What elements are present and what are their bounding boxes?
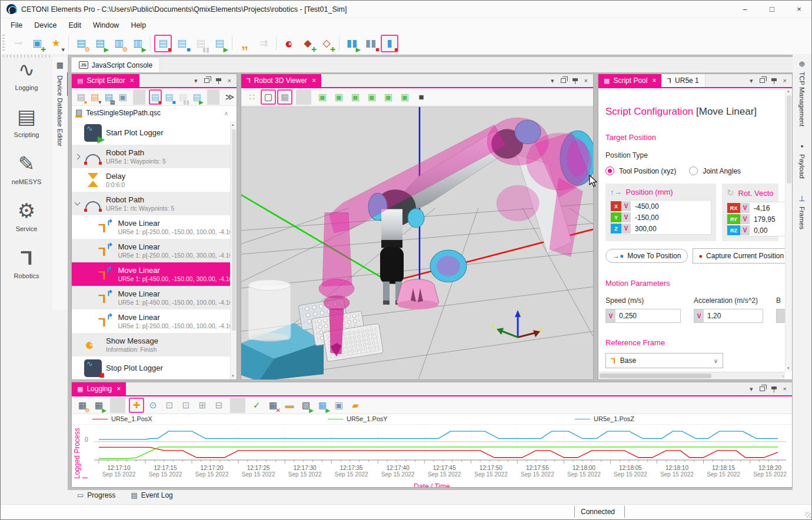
script-step-row[interactable]: Move Linear UR5e 1: p[-450.00, -150.00, …	[72, 286, 230, 309]
panel-float-button[interactable]	[760, 78, 765, 83]
footer-tab[interactable]: ▭ Progress	[77, 491, 115, 499]
speed-value[interactable]: 0,250	[615, 312, 680, 320]
export-image-button[interactable]: ▧ ▶	[298, 398, 314, 413]
toolbar-overflow-button[interactable]: ≫	[223, 89, 236, 105]
stop-all-syringes-button[interactable]: ▮▮ ■	[362, 35, 380, 52]
tab-javascript-console[interactable]: JS JavaScript Console	[71, 57, 160, 72]
scroll-right-icon[interactable]: ›	[782, 374, 784, 379]
pan-tool-button[interactable]: ✚	[129, 398, 144, 413]
separator[interactable]	[339, 36, 340, 51]
save-log-button[interactable]: ▣	[331, 398, 347, 413]
close-button[interactable]: ×	[786, 1, 812, 18]
tab-close-icon[interactable]: ×	[130, 76, 134, 85]
measure-button[interactable]: ▬	[282, 398, 297, 413]
menu-item[interactable]: Window	[88, 19, 124, 31]
variable-chip[interactable]: V	[606, 309, 615, 322]
tab-script-pool[interactable]: ▦ Script Pool ×	[598, 74, 661, 87]
scroll-up-icon[interactable]: ▴	[232, 122, 234, 127]
script-step-row[interactable]: Delay 0:0:6:0	[72, 168, 230, 192]
variable-chip[interactable]: V	[694, 309, 704, 322]
sidebar-item[interactable]: ✎ neMESYS	[1, 151, 52, 185]
rotation-value[interactable]: 179,95	[750, 215, 785, 224]
configure-device-button[interactable]: ▤ ⚙	[72, 35, 90, 52]
sidebar-item[interactable]: ⚙ Service	[1, 198, 52, 232]
scroll-up-icon[interactable]: ▴	[787, 89, 790, 94]
robot-3d-viewport[interactable]: z x y	[241, 106, 593, 379]
start-device-button[interactable]: ▤ ▶	[91, 35, 109, 52]
collapse-icon[interactable]: ∧	[224, 110, 228, 116]
panel-pin-button[interactable]	[771, 78, 777, 81]
start-logger-button[interactable]: ▦ ▶	[91, 398, 107, 413]
sidebar-item[interactable]: ▤ Scripting	[1, 104, 52, 138]
panel-menu-button[interactable]: ▾	[750, 78, 753, 84]
legend-item[interactable]: UR5e_1.PosY	[328, 415, 388, 422]
tab-close-icon[interactable]: ×	[652, 76, 656, 85]
panel-pin-button[interactable]	[216, 78, 221, 81]
add-robot-button[interactable]: ◆ ✚	[299, 35, 317, 52]
dose-all-syringes-button[interactable]: ▮▮ ▶	[343, 35, 361, 52]
menu-item[interactable]: Device	[29, 19, 62, 31]
wireframe-view-button[interactable]: ▢	[261, 89, 276, 105]
expand-chevron-icon[interactable]	[72, 155, 82, 159]
resize-grip[interactable]	[805, 512, 811, 518]
right-tab[interactable]: ▪ Payload	[798, 142, 806, 179]
reference-frame-select[interactable]: Γ Base ∨	[605, 353, 723, 368]
panel-float-button[interactable]	[760, 386, 765, 391]
separator[interactable]	[110, 398, 125, 413]
separator[interactable]	[133, 89, 146, 105]
configure-logger-button[interactable]: ▦ ⚙	[75, 398, 90, 413]
tab-close-icon[interactable]: ×	[117, 385, 121, 393]
move-to-position-button[interactable]: →● Move To Position	[605, 249, 688, 263]
add-project-button[interactable]: ▣ ✚	[28, 35, 46, 52]
legend-item[interactable]: UR5e_1.PosZ	[575, 415, 634, 422]
scrollbar-thumb[interactable]	[787, 95, 791, 184]
script-step-row[interactable]: Move Linear UR5e 1: p[-250.00, -150.00, …	[72, 215, 230, 239]
stop-all-tools-button[interactable]: ▮ ■	[381, 35, 398, 52]
capture-current-position-button[interactable]: ● Capture Current Position	[693, 248, 785, 264]
panel-float-button[interactable]	[204, 78, 209, 83]
show-grid-button[interactable]: ▦	[277, 89, 292, 105]
hold-script-button[interactable]: ▤ ▮▮	[192, 35, 209, 52]
right-tab[interactable]: ⊥ Frames	[798, 194, 806, 229]
tab-script-editor[interactable]: ▤ Script Editor ×	[72, 74, 139, 87]
script-step-row[interactable]: Robot Path UR5e 1: Waypoints: 5	[72, 145, 230, 168]
clipped-field[interactable]	[776, 309, 785, 323]
script-step-row[interactable]: Move Linear UR5e 1: p[-450.00, -150.00, …	[72, 262, 230, 286]
favorites-button[interactable]: ★ ▾	[47, 35, 65, 52]
new-script-button[interactable]: ▤ ●	[75, 89, 88, 105]
acceleration-field[interactable]: V 1,20	[694, 309, 763, 323]
script-step-row[interactable]: Robot Path UR5e 1: rtc Waypoints: 5	[72, 192, 230, 215]
separator[interactable]	[232, 36, 232, 51]
expand-chevron-icon[interactable]	[72, 202, 82, 205]
variable-chip[interactable]: V	[621, 201, 631, 211]
tab-logging[interactable]: ▦ Logging ×	[72, 382, 126, 395]
run-script-button[interactable]: ▤ ▶	[191, 89, 204, 105]
script-list-scrollbar[interactable]: ▴ ▾	[230, 121, 237, 379]
panel-menu-button[interactable]: ▾	[551, 78, 554, 84]
panel-menu-button[interactable]: ▾	[194, 78, 198, 84]
run-script-button[interactable]: ▤ ▶	[211, 35, 228, 52]
rotation-value[interactable]: 0,00	[750, 226, 785, 235]
view-top-button[interactable]: ▣	[315, 89, 330, 105]
pause-script-button[interactable]: ▤ ■	[173, 35, 191, 52]
panel-close-button[interactable]: ×	[783, 78, 787, 84]
disconnect-button[interactable]: ⊸	[9, 35, 27, 52]
stop-script-button[interactable]: ▤ ■	[149, 89, 162, 105]
script-step-row[interactable]: Start Plot Logger	[72, 121, 230, 145]
configure-plant-button[interactable]: ▥ ⚙	[110, 35, 128, 52]
tab-robot-3d-viewer[interactable]: Γ Robot 3D Viewer ×	[241, 74, 321, 87]
separator[interactable]	[207, 89, 220, 105]
variable-chip[interactable]: V	[740, 203, 750, 213]
script-root-item[interactable]: ▤ TestSingleStepPath.qsc ∧	[72, 106, 237, 120]
plot-area[interactable]	[92, 426, 790, 467]
scrollbar-thumb[interactable]	[600, 374, 711, 378]
script-pool-hscrollbar[interactable]: ›	[598, 372, 785, 379]
add-robot-axes-button[interactable]: ◇ ✚	[318, 35, 335, 52]
emergency-stop-button[interactable]: ● ✕	[280, 35, 298, 52]
tab-close-icon[interactable]: ×	[312, 76, 316, 85]
start-plant-button[interactable]: ▥ ▶	[129, 35, 147, 52]
sidebar-item[interactable]: Γ Robotics	[1, 245, 52, 279]
clear-plot-button[interactable]: ▦ ✕	[265, 398, 281, 413]
zoom-auto-button[interactable]: ⊟	[211, 398, 227, 413]
script-step-row[interactable]: Move Linear UR5e 1: p[-250.00, -150.00, …	[72, 239, 230, 262]
